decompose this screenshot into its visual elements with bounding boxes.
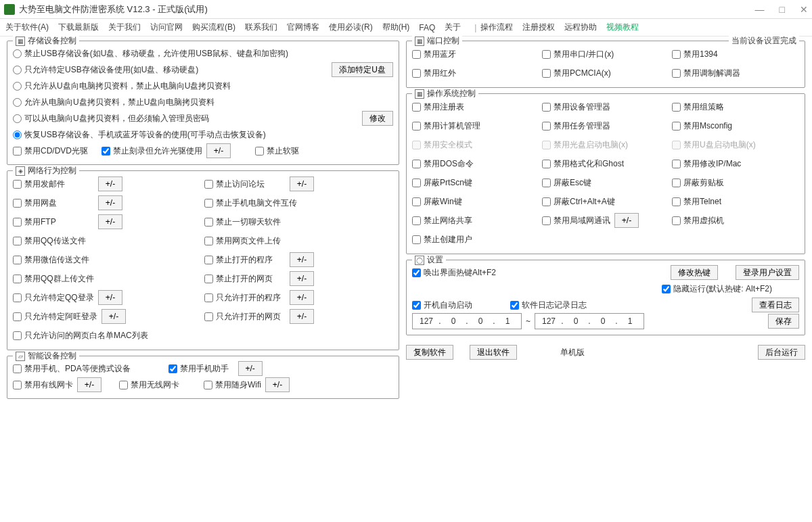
radio-pc-to-usb-only[interactable]: 允许从电脑向U盘拷贝资料，禁止U盘向电脑拷贝资料	[13, 97, 215, 108]
chk-禁用PCMCIA(x)[interactable]: 禁用PCMCIA(x)	[542, 68, 611, 79]
modify-button[interactable]: 修改	[362, 111, 393, 126]
modify-hotkey-button[interactable]: 修改热键	[671, 265, 718, 280]
chk-只允许打开的网页[interactable]: 只允许打开的网页	[204, 311, 286, 323]
radio-only-specific-usb[interactable]: 只允许特定USB存储设备使用(如U盘、移动硬盘)	[13, 64, 198, 76]
menu-item[interactable]: 访问官网	[150, 22, 183, 33]
chk-禁用Msconfig[interactable]: 禁用Msconfig	[672, 120, 732, 132]
close-button[interactable]: ✕	[800, 4, 808, 15]
menu-video-tutorial[interactable]: 视频教程	[606, 22, 797, 33]
chk-hidden-run[interactable]: 隐藏运行(默认热键: Alt+F2)	[662, 283, 772, 295]
chk-disable-floppy[interactable]: 禁止软驱	[255, 145, 299, 157]
chk-禁用格式化和Ghost[interactable]: 禁用格式化和Ghost	[542, 158, 624, 170]
menu-item[interactable]: 关于软件(A)	[5, 22, 49, 33]
menu-item[interactable]: 购买流程(B)	[192, 22, 235, 33]
ip-end[interactable]: 127. 0. 0. 1	[535, 313, 644, 329]
pm-button[interactable]: +/-	[98, 195, 122, 210]
register-button[interactable]: 复制软件	[406, 345, 453, 360]
chk-屏蔽PrtScn键[interactable]: 屏蔽PrtScn键	[412, 177, 472, 189]
menu-item[interactable]: 下载最新版	[58, 22, 99, 33]
chk-禁止打开的网页[interactable]: 禁止打开的网页	[204, 273, 286, 285]
wired-pm-button[interactable]: +/-	[77, 377, 102, 392]
chk-禁用局域网通讯[interactable]: 禁用局域网通讯	[542, 215, 610, 227]
menu-item[interactable]: 关于我们	[108, 22, 141, 33]
chk-屏蔽Win键[interactable]: 屏蔽Win键	[412, 196, 462, 208]
radio-usb-password[interactable]: 可以从电脑向U盘拷贝资料，但必须输入管理员密码	[13, 113, 209, 124]
chk-屏蔽Esc键[interactable]: 屏蔽Esc键	[542, 177, 591, 189]
chk-禁用组策略[interactable]: 禁用组策略	[672, 101, 724, 113]
menu-item[interactable]: FAQ	[419, 23, 435, 32]
menu-item[interactable]: 官网博客	[287, 22, 319, 33]
menu-item[interactable]: 远程协助	[564, 22, 597, 33]
chk-禁止一切聊天软件[interactable]: 禁止一切聊天软件	[204, 216, 286, 228]
chk-只允许打开的程序[interactable]: 只允许打开的程序	[204, 292, 286, 304]
chk-屏蔽剪贴板[interactable]: 屏蔽剪贴板	[672, 177, 724, 189]
pm-button[interactable]: +/-	[102, 309, 126, 324]
chk-hotkey[interactable]: 唤出界面热键Alt+F2	[412, 267, 496, 279]
chk-autostart[interactable]: 开机自动启动	[412, 300, 472, 311]
chk-禁用网盘[interactable]: 禁用网盘	[13, 197, 94, 209]
menu-item[interactable]: 使用必读(R)	[329, 22, 373, 33]
background-run-button[interactable]: 后台运行	[758, 345, 805, 360]
chk-禁用串口/并口(x)[interactable]: 禁用串口/并口(x)	[542, 49, 614, 60]
radio-usb-to-pc-only[interactable]: 只允许从U盘向电脑拷贝资料，禁止从电脑向U盘拷贝资料	[13, 80, 231, 92]
chk-禁用注册表[interactable]: 禁用注册表	[412, 101, 464, 113]
view-log-button[interactable]: 查看日志	[752, 298, 799, 312]
chk-disable-cddvd[interactable]: 禁用CD/DVD光驱	[13, 145, 88, 157]
chk-禁止访问论坛[interactable]: 禁止访问论坛	[204, 179, 286, 190]
pm-button[interactable]: +/-	[290, 252, 314, 267]
chk-log[interactable]: 软件日志记录日志	[510, 300, 587, 311]
chk-禁用任务管理器[interactable]: 禁用任务管理器	[542, 120, 610, 132]
menu-item[interactable]: 注册授权	[522, 22, 555, 33]
chk-只允许特定阿旺登录[interactable]: 只允许特定阿旺登录	[13, 311, 97, 323]
chk-禁用QQ传送文件[interactable]: 禁用QQ传送文件	[13, 235, 94, 247]
chk-禁止手机电脑文件互传[interactable]: 禁止手机电脑文件互传	[204, 197, 297, 209]
exit-button[interactable]: 退出软件	[470, 345, 517, 360]
chk-禁用U盘启动电脑(x)[interactable]: 禁用U盘启动电脑(x)	[672, 139, 756, 151]
user-settings-button[interactable]: 登录用户设置	[736, 265, 799, 280]
chk-只允许访问的网页白名单MAC列表[interactable]: 只允许访问的网页白名单MAC列表	[13, 330, 148, 341]
chk-禁用红外[interactable]: 禁用红外	[412, 68, 456, 79]
menu-item[interactable]: 关于	[445, 22, 461, 33]
chk-disable-wired-nic[interactable]: 禁用有线网卡	[13, 379, 73, 391]
chk-禁用DOS命令[interactable]: 禁用DOS命令	[412, 158, 474, 170]
phone-pm-button[interactable]: +/-	[238, 361, 263, 376]
chk-禁用计算机管理[interactable]: 禁用计算机管理	[412, 120, 480, 132]
chk-disable-phone-pda[interactable]: 禁用手机、PDA等便携式设备	[13, 363, 131, 375]
pm-button[interactable]: +/-	[98, 176, 122, 191]
pm-button[interactable]: +/-	[614, 213, 639, 228]
chk-禁用FTP[interactable]: 禁用FTP	[13, 216, 94, 228]
save-button[interactable]: 保存	[768, 314, 799, 329]
add-usb-button[interactable]: 添加特定U盘	[332, 62, 393, 77]
pm-button[interactable]: +/-	[98, 290, 122, 305]
menu-item[interactable]: 联系我们	[245, 22, 277, 33]
menu-item[interactable]: 帮助(H)	[382, 22, 410, 33]
menu-item[interactable]: 操作流程	[480, 22, 513, 33]
chk-禁用QQ群上传文件[interactable]: 禁用QQ群上传文件	[13, 273, 94, 285]
chk-禁用蓝牙[interactable]: 禁用蓝牙	[412, 49, 456, 60]
chk-禁止打开的程序[interactable]: 禁止打开的程序	[204, 254, 286, 266]
chk-禁用Telnet[interactable]: 禁用Telnet	[672, 196, 721, 208]
chk-禁用虚拟机[interactable]: 禁用虚拟机	[672, 215, 724, 227]
pm-button[interactable]: +/-	[290, 290, 314, 305]
chk-disable-portable-wifi[interactable]: 禁用随身Wifi	[204, 379, 261, 391]
chk-禁用1394[interactable]: 禁用1394	[672, 49, 718, 60]
chk-禁用网页文件上传[interactable]: 禁用网页文件上传	[204, 235, 286, 247]
chk-only-cd-read[interactable]: 禁止刻录但允许光驱使用	[102, 145, 202, 157]
radio-disable-usb[interactable]: 禁止USB存储设备(如U盘、移动硬盘，允许使用USB鼠标、键盘和加密狗)	[13, 48, 288, 60]
cd-pm-button[interactable]: +/-	[206, 143, 231, 158]
chk-disable-wireless-nic[interactable]: 禁用无线网卡	[119, 379, 179, 391]
chk-禁止网络共享[interactable]: 禁止网络共享	[412, 215, 472, 227]
chk-禁用调制解调器[interactable]: 禁用调制解调器	[672, 68, 740, 79]
pm-button[interactable]: +/-	[98, 214, 122, 229]
pm-button[interactable]: +/-	[290, 309, 314, 324]
chk-禁用修改IP/Mac[interactable]: 禁用修改IP/Mac	[672, 158, 741, 170]
wifi-pm-button[interactable]: +/-	[265, 377, 290, 392]
minimize-button[interactable]: —	[755, 4, 765, 15]
maximize-button[interactable]: □	[780, 4, 785, 15]
chk-禁用安全模式[interactable]: 禁用安全模式	[412, 139, 472, 151]
chk-屏蔽Ctrl+Alt+A键[interactable]: 屏蔽Ctrl+Alt+A键	[542, 196, 615, 208]
chk-只允许特定QQ登录[interactable]: 只允许特定QQ登录	[13, 292, 94, 304]
chk-禁用光盘启动电脑(x)[interactable]: 禁用光盘启动电脑(x)	[542, 139, 628, 151]
radio-restore-usb[interactable]: 恢复USB存储设备、手机或蓝牙等设备的使用(可手动点击恢复设备)	[13, 129, 266, 141]
pm-button[interactable]: +/-	[290, 271, 314, 286]
